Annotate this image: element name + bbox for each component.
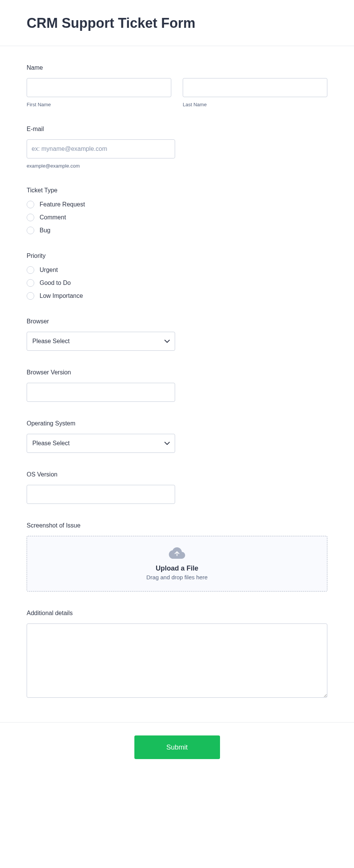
ticket-type-option-feature-request[interactable]: Feature Request	[27, 201, 327, 208]
name-label: Name	[27, 64, 327, 71]
os-field: Operating System Please Select	[27, 420, 327, 453]
priority-option-low-importance[interactable]: Low Importance	[27, 292, 327, 300]
screenshot-label: Screenshot of Issue	[27, 522, 327, 529]
browser-selected-value: Please Select	[32, 338, 70, 345]
priority-option-urgent[interactable]: Urgent	[27, 266, 327, 274]
radio-label: Urgent	[40, 267, 58, 273]
os-version-input[interactable]	[27, 485, 175, 504]
last-name-sublabel: Last Name	[183, 102, 327, 107]
ticket-type-field: Ticket Type Feature Request Comment Bug	[27, 187, 327, 234]
radio-icon	[27, 201, 34, 208]
radio-icon	[27, 266, 34, 274]
upload-title: Upload a File	[35, 564, 319, 572]
browser-version-field: Browser Version	[27, 369, 327, 402]
upload-subtitle: Drag and drop files here	[35, 574, 319, 580]
email-sublabel: example@example.com	[27, 163, 327, 169]
email-input[interactable]	[27, 139, 175, 158]
os-version-field: OS Version	[27, 471, 327, 504]
last-name-input[interactable]	[183, 78, 327, 97]
os-version-label: OS Version	[27, 471, 327, 478]
radio-icon	[27, 279, 34, 287]
form-footer: Submit	[0, 722, 354, 782]
os-selected-value: Please Select	[32, 440, 70, 447]
screenshot-field: Screenshot of Issue Upload a File Drag a…	[27, 522, 327, 591]
browser-version-input[interactable]	[27, 383, 175, 402]
details-label: Additional details	[27, 610, 327, 617]
email-label: E-mail	[27, 126, 327, 133]
first-name-sublabel: First Name	[27, 102, 171, 107]
browser-label: Browser	[27, 318, 327, 325]
radio-label: Feature Request	[40, 201, 85, 208]
priority-field: Priority Urgent Good to Do Low Importanc…	[27, 253, 327, 300]
priority-option-good-to-do[interactable]: Good to Do	[27, 279, 327, 287]
form-header: CRM Support Ticket Form	[0, 0, 354, 46]
details-textarea[interactable]	[27, 623, 327, 698]
name-field: Name First Name Last Name	[27, 64, 327, 107]
radio-icon	[27, 227, 34, 234]
ticket-type-option-bug[interactable]: Bug	[27, 227, 327, 234]
browser-version-label: Browser Version	[27, 369, 327, 376]
radio-icon	[27, 214, 34, 221]
radio-label: Good to Do	[40, 280, 71, 286]
first-name-input[interactable]	[27, 78, 171, 97]
ticket-type-label: Ticket Type	[27, 187, 327, 194]
radio-label: Comment	[40, 214, 66, 221]
browser-select[interactable]: Please Select	[27, 332, 175, 351]
cloud-upload-icon	[169, 547, 185, 559]
radio-label: Low Importance	[40, 293, 83, 299]
priority-label: Priority	[27, 253, 327, 259]
details-field: Additional details	[27, 610, 327, 699]
browser-field: Browser Please Select	[27, 318, 327, 351]
page-title: CRM Support Ticket Form	[27, 15, 327, 31]
radio-icon	[27, 292, 34, 300]
file-upload-dropzone[interactable]: Upload a File Drag and drop files here	[27, 536, 327, 591]
submit-button[interactable]: Submit	[134, 735, 220, 759]
ticket-type-option-comment[interactable]: Comment	[27, 214, 327, 221]
email-field: E-mail example@example.com	[27, 126, 327, 169]
radio-label: Bug	[40, 227, 50, 234]
os-select[interactable]: Please Select	[27, 434, 175, 453]
os-label: Operating System	[27, 420, 327, 427]
